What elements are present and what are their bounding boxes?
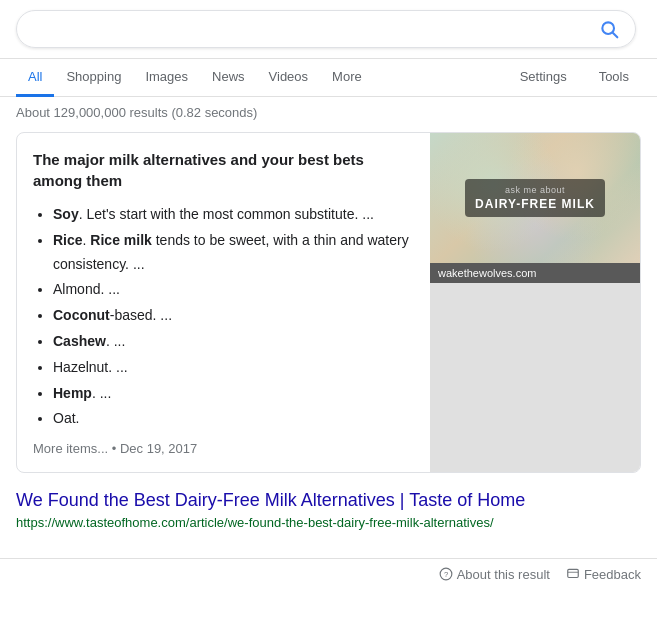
featured-snippet-card: The major milk alternatives and your bes… bbox=[16, 132, 641, 473]
list-item: Hazelnut. ... bbox=[53, 356, 414, 380]
tab-settings[interactable]: Settings bbox=[508, 59, 579, 97]
search-input[interactable]: What Are Good Dairy-Free Alternatives to… bbox=[33, 20, 599, 38]
list-item: Hemp. ... bbox=[53, 382, 414, 406]
about-result[interactable]: ? About this result bbox=[439, 567, 550, 582]
nav-tabs: All Shopping Images News Videos More Set… bbox=[0, 59, 657, 97]
milk-image: ask me about DAIRY-FREE MILK bbox=[430, 133, 640, 263]
bold-text: Hemp bbox=[53, 385, 92, 401]
list-item: Cashew. ... bbox=[53, 330, 414, 354]
tab-all[interactable]: All bbox=[16, 59, 54, 97]
snippet-meta: More items... • Dec 19, 2017 bbox=[33, 441, 414, 456]
svg-rect-4 bbox=[568, 569, 579, 577]
snippet-text: The major milk alternatives and your bes… bbox=[17, 133, 430, 472]
tab-shopping[interactable]: Shopping bbox=[54, 59, 133, 97]
snippet-list: Soy. Let's start with the most common su… bbox=[33, 203, 414, 431]
list-item: Rice. Rice milk tends to be sweet, with … bbox=[53, 229, 414, 277]
list-item: Oat. bbox=[53, 407, 414, 431]
results-info: About 129,000,000 results (0.82 seconds) bbox=[0, 97, 657, 128]
second-result: We Found the Best Dairy-Free Milk Altern… bbox=[0, 477, 657, 541]
tab-more[interactable]: More bbox=[320, 59, 374, 97]
snippet-date: Dec 19, 2017 bbox=[120, 441, 197, 456]
search-bar-container: What Are Good Dairy-Free Alternatives to… bbox=[0, 0, 657, 59]
feedback-label: Feedback bbox=[584, 567, 641, 582]
more-items-link[interactable]: More items... bbox=[33, 441, 108, 456]
search-bar: What Are Good Dairy-Free Alternatives to… bbox=[16, 10, 636, 48]
bold-text: Rice bbox=[53, 232, 83, 248]
list-item: Coconut-based. ... bbox=[53, 304, 414, 328]
svg-text:?: ? bbox=[444, 570, 448, 579]
svg-line-1 bbox=[613, 33, 618, 38]
list-item: Almond. ... bbox=[53, 278, 414, 302]
snippet-title: The major milk alternatives and your bes… bbox=[33, 149, 414, 191]
overlay-small-text: ask me about bbox=[475, 185, 595, 195]
bold-text: Coconut bbox=[53, 307, 110, 323]
bold-text: Soy bbox=[53, 206, 79, 222]
image-source: wakethewolves.com bbox=[430, 263, 640, 283]
list-item: Soy. Let's start with the most common su… bbox=[53, 203, 414, 227]
result-url: https://www.tasteofhome.com/article/we-f… bbox=[16, 515, 641, 530]
bold-text: Rice milk bbox=[90, 232, 151, 248]
search-icon bbox=[599, 19, 619, 39]
about-label: About this result bbox=[457, 567, 550, 582]
bold-text: Cashew bbox=[53, 333, 106, 349]
tab-videos[interactable]: Videos bbox=[257, 59, 321, 97]
feedback[interactable]: Feedback bbox=[566, 567, 641, 582]
tab-tools[interactable]: Tools bbox=[587, 59, 641, 97]
snippet-image[interactable]: ask me about DAIRY-FREE MILK wakethewolv… bbox=[430, 133, 640, 472]
search-button[interactable] bbox=[599, 19, 619, 39]
nav-right: Settings Tools bbox=[508, 59, 641, 96]
overlay-main-text: DAIRY-FREE MILK bbox=[475, 197, 595, 211]
tab-images[interactable]: Images bbox=[133, 59, 200, 97]
image-overlay: ask me about DAIRY-FREE MILK bbox=[465, 179, 605, 217]
meta-separator: • bbox=[112, 441, 120, 456]
tab-news[interactable]: News bbox=[200, 59, 257, 97]
footer: ? About this result Feedback bbox=[0, 558, 657, 590]
feedback-icon bbox=[566, 567, 580, 581]
result-link[interactable]: We Found the Best Dairy-Free Milk Altern… bbox=[16, 490, 525, 510]
question-icon: ? bbox=[439, 567, 453, 581]
nav-left: All Shopping Images News Videos More bbox=[16, 59, 374, 96]
